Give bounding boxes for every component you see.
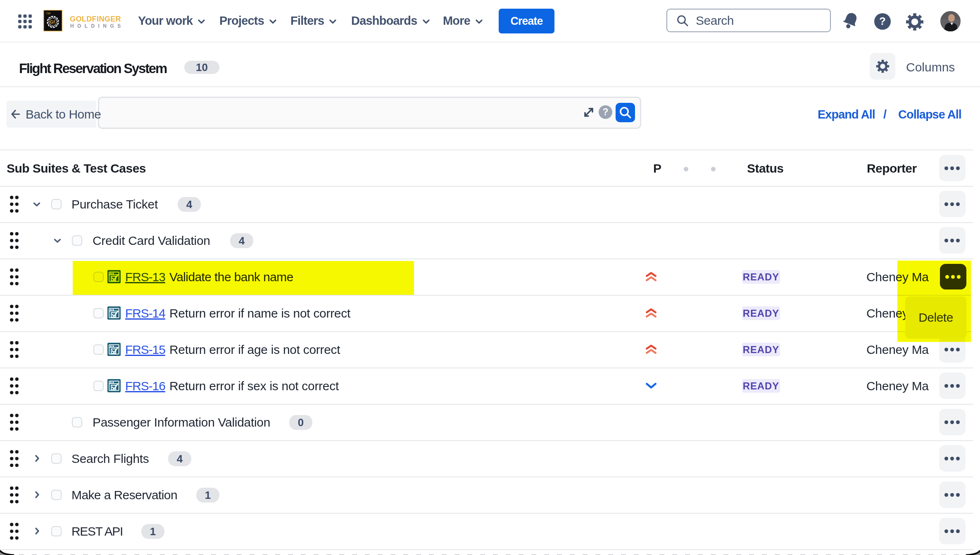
svg-text:79F: 79F: [46, 12, 51, 15]
svg-text:Gf: Gf: [50, 19, 55, 24]
svg-text:?: ?: [879, 15, 886, 27]
